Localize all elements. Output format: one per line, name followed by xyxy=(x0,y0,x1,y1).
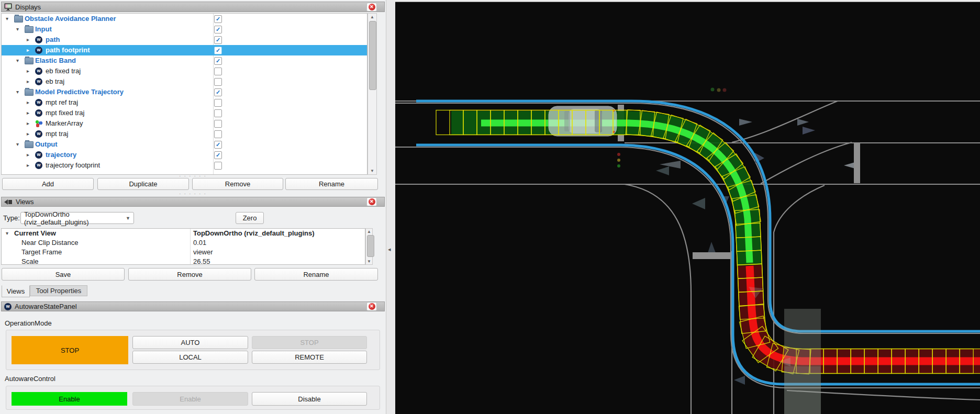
property-row[interactable]: Target Frameviewer xyxy=(2,248,365,257)
autoware-display-icon: w xyxy=(35,130,42,138)
collapse-expander-icon[interactable]: ▾ xyxy=(16,24,19,35)
panel-resize-handle[interactable]: · · · · · · xyxy=(1,175,385,177)
scroll-up-icon[interactable]: ▲ xyxy=(368,15,376,19)
current-view-properties[interactable]: ▾Current ViewTopDownOrtho (rviz_default_… xyxy=(1,228,365,265)
stop-button[interactable]: STOP xyxy=(252,336,367,349)
scroll-down-icon[interactable]: ▼ xyxy=(368,169,376,173)
property-label: Near Clip Distance xyxy=(21,238,78,248)
tree-row[interactable]: ▸wtrajectory footprint xyxy=(2,160,367,171)
panel-resize-handle[interactable]: · · · · · · xyxy=(1,193,385,195)
expand-expander-icon[interactable]: ▸ xyxy=(27,66,29,76)
collapse-arrow-icon[interactable]: ◂ xyxy=(388,246,391,253)
checked-checkbox[interactable]: ✓ xyxy=(214,15,222,23)
expand-expander-icon[interactable]: ▸ xyxy=(27,150,29,160)
collapse-expander-icon[interactable]: ▾ xyxy=(16,87,19,97)
unchecked-checkbox[interactable] xyxy=(214,162,222,170)
checked-checkbox[interactable]: ✓ xyxy=(214,26,222,33)
checked-checkbox[interactable]: ✓ xyxy=(214,151,222,159)
tree-item-label: Output xyxy=(35,139,58,150)
checked-checkbox[interactable]: ✓ xyxy=(214,36,222,44)
tree-row[interactable]: ▾Input✓ xyxy=(2,24,367,35)
unchecked-checkbox[interactable] xyxy=(214,120,222,128)
tree-item-label: eb fixed traj xyxy=(46,66,81,76)
property-row[interactable]: Near Clip Distance0.01 xyxy=(2,238,365,248)
expand-expander-icon[interactable]: ▸ xyxy=(27,118,29,129)
autoware-display-icon: w xyxy=(35,109,42,117)
collapse-expander-icon[interactable]: ▾ xyxy=(16,139,19,150)
remote-button[interactable]: REMOTE xyxy=(252,351,367,364)
duplicate-display-button[interactable]: Duplicate xyxy=(97,178,189,190)
expand-expander-icon[interactable]: ▸ xyxy=(27,35,29,45)
expand-expander-icon[interactable]: ▸ xyxy=(27,108,29,118)
scroll-down-icon[interactable]: ▼ xyxy=(366,259,372,264)
unchecked-checkbox[interactable] xyxy=(214,78,222,86)
unchecked-checkbox[interactable] xyxy=(214,99,222,107)
collapse-expander-icon[interactable]: ▾ xyxy=(6,14,8,24)
views-scrollbar[interactable]: ▲ ▼ xyxy=(365,228,373,265)
scrollbar-thumb[interactable] xyxy=(369,21,376,90)
tree-row[interactable]: ▸web fixed traj xyxy=(2,66,367,76)
operation-mode-group: STOP AUTO STOP LOCAL REMOTE xyxy=(6,330,380,370)
tree-row[interactable]: ▾Elastic Band✓ xyxy=(2,55,367,66)
checked-checkbox[interactable]: ✓ xyxy=(214,141,222,149)
local-button[interactable]: LOCAL xyxy=(132,351,248,364)
add-display-button[interactable]: Add xyxy=(2,178,94,190)
rename-view-button[interactable]: Rename xyxy=(254,268,378,281)
displays-title: Displays xyxy=(15,3,41,11)
traffic-light-dot xyxy=(617,159,620,162)
tab-tool-properties[interactable]: Tool Properties xyxy=(30,285,87,296)
disable-button[interactable]: Disable xyxy=(252,392,367,406)
zero-button[interactable]: Zero xyxy=(236,212,264,224)
tree-row[interactable]: ▸wmpt ref traj xyxy=(2,97,367,108)
tree-row[interactable]: ▸wtrajectory✓ xyxy=(2,150,367,160)
autoware-panel-close-button[interactable]: ✕ xyxy=(366,302,377,311)
checked-checkbox[interactable]: ✓ xyxy=(214,57,222,65)
collapse-expander-icon[interactable]: ▾ xyxy=(6,229,8,238)
views-close-button[interactable]: ✕ xyxy=(366,197,377,206)
unchecked-checkbox[interactable] xyxy=(214,130,222,138)
tree-row[interactable]: ▸MarkerArray xyxy=(2,118,367,129)
panel-splitter[interactable]: ◂ xyxy=(386,0,395,414)
property-row[interactable]: ▾Current ViewTopDownOrtho (rviz_default_… xyxy=(2,229,365,238)
tree-row[interactable]: ▾Model Predictive Trajectory✓ xyxy=(2,87,367,97)
rename-display-button[interactable]: Rename xyxy=(285,178,378,190)
unchecked-checkbox[interactable] xyxy=(214,109,222,117)
tab-views[interactable]: Views xyxy=(2,285,30,297)
property-row[interactable]: Scale26.55 xyxy=(2,257,365,265)
expand-expander-icon[interactable]: ▸ xyxy=(27,129,29,139)
tree-row[interactable]: ▸wmpt fixed traj xyxy=(2,108,367,118)
rviz-3d-viewport[interactable] xyxy=(395,0,980,414)
autoware-display-icon: w xyxy=(35,151,42,159)
expand-expander-icon[interactable]: ▸ xyxy=(27,160,29,171)
autoware-display-icon: w xyxy=(35,68,42,75)
enable-button[interactable]: Enable xyxy=(132,392,248,406)
scroll-up-icon[interactable]: ▲ xyxy=(366,229,372,234)
displays-scrollbar[interactable]: ▲ ▼ xyxy=(368,13,377,175)
property-label: Scale xyxy=(21,257,39,265)
autoware-control-label: AutowareControl xyxy=(5,375,55,383)
view-type-dropdown[interactable]: TopDownOrtho (rviz_default_plugins) ▼ xyxy=(20,212,134,224)
tree-row[interactable]: ▾Obstacle Avoidance Planner✓ xyxy=(2,14,367,24)
save-view-button[interactable]: Save xyxy=(2,268,125,281)
auto-button[interactable]: AUTO xyxy=(132,336,248,349)
scrollbar-thumb[interactable] xyxy=(367,235,374,257)
displays-close-button[interactable]: ✕ xyxy=(366,3,377,12)
remove-display-button[interactable]: Remove xyxy=(192,178,283,190)
tree-row[interactable]: ▸wmpt traj xyxy=(2,129,367,139)
remove-view-button[interactable]: Remove xyxy=(128,268,251,281)
expand-expander-icon[interactable]: ▸ xyxy=(27,76,29,87)
left-panel-column: Displays ✕ ▾Obstacle Avoidance Planner✓▾… xyxy=(0,0,386,414)
tree-row[interactable]: ▸wpath✓ xyxy=(2,35,367,45)
checked-checkbox[interactable]: ✓ xyxy=(214,47,222,54)
checked-checkbox[interactable]: ✓ xyxy=(214,88,222,96)
tree-row[interactable]: ▾Output✓ xyxy=(2,139,367,150)
expand-expander-icon[interactable]: ▸ xyxy=(27,97,29,108)
tree-row[interactable]: ▸web traj xyxy=(2,76,367,87)
autoware-display-icon: w xyxy=(35,47,42,54)
unchecked-checkbox[interactable] xyxy=(214,68,222,75)
displays-tree[interactable]: ▾Obstacle Avoidance Planner✓▾Input✓▸wpat… xyxy=(1,13,368,175)
tree-item-label: MarkerArray xyxy=(46,118,83,129)
collapse-expander-icon[interactable]: ▾ xyxy=(16,55,19,66)
tree-row[interactable]: ▸wpath footprint✓ xyxy=(2,45,367,55)
expand-expander-icon[interactable]: ▸ xyxy=(27,45,29,55)
